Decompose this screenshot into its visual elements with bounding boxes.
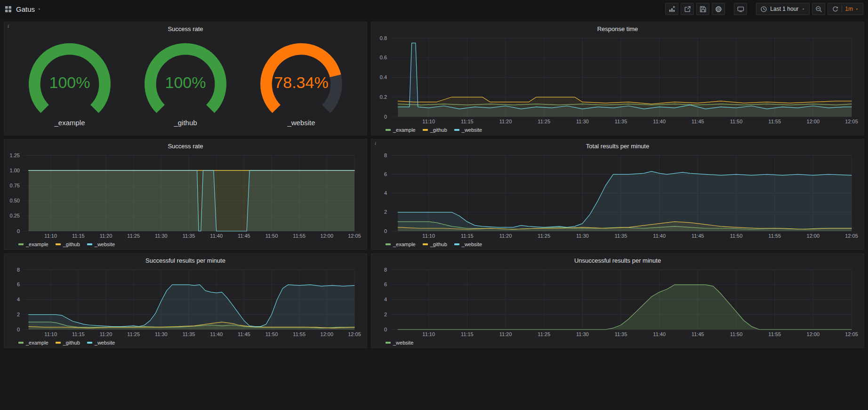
series-color-swatch xyxy=(423,129,428,131)
refresh-button[interactable]: 1m xyxy=(828,3,863,15)
svg-text:6: 6 xyxy=(384,171,387,177)
svg-text:11:15: 11:15 xyxy=(461,331,474,337)
svg-text:0.6: 0.6 xyxy=(380,55,387,60)
svg-text:11:30: 11:30 xyxy=(576,331,589,337)
svg-text:11:20: 11:20 xyxy=(499,119,512,124)
svg-text:12:00: 12:00 xyxy=(807,233,820,239)
panel-total-results: i Total results per minute 11:1011:1511:… xyxy=(371,139,864,250)
success-rate-chart[interactable]: 11:1011:1511:2011:2511:3011:3511:4011:45… xyxy=(9,152,362,240)
panel-title[interactable]: Total results per minute xyxy=(376,141,859,152)
legend-item-website[interactable]: _website xyxy=(454,241,482,247)
add-panel-icon xyxy=(668,6,675,13)
svg-text:11:40: 11:40 xyxy=(210,331,223,337)
series-color-swatch xyxy=(87,342,92,344)
panel-info-icon[interactable]: i xyxy=(8,23,9,29)
apps-grid-icon[interactable] xyxy=(5,6,12,13)
svg-text:11:35: 11:35 xyxy=(183,233,195,239)
svg-text:11:50: 11:50 xyxy=(265,233,278,239)
save-button[interactable] xyxy=(696,3,709,15)
legend-item-github[interactable]: _github xyxy=(423,241,447,247)
add-panel-button[interactable] xyxy=(665,3,678,15)
legend-item-website[interactable]: _website xyxy=(386,340,413,346)
legend-item-website[interactable]: _website xyxy=(87,340,115,346)
caret-down-icon xyxy=(855,7,859,11)
legend: _example_github_website xyxy=(376,240,859,248)
svg-text:11:35: 11:35 xyxy=(183,331,195,337)
panel-success-rate-graph: Success rate 11:1011:1511:2011:2511:3011… xyxy=(4,139,367,250)
legend: _example_github_website xyxy=(376,126,859,134)
chart-area: 11:1011:1511:2011:2511:3011:3511:4011:45… xyxy=(376,152,859,240)
legend-item-website[interactable]: _website xyxy=(454,127,482,133)
svg-text:11:20: 11:20 xyxy=(499,233,512,239)
total-results-chart[interactable]: 11:1011:1511:2011:2511:3011:3511:4011:45… xyxy=(376,152,859,240)
share-button[interactable] xyxy=(681,3,694,15)
svg-text:12:05: 12:05 xyxy=(845,233,858,239)
svg-text:8: 8 xyxy=(384,267,387,273)
svg-text:11:45: 11:45 xyxy=(238,331,250,337)
legend-item-github[interactable]: _github xyxy=(56,241,80,247)
settings-button[interactable] xyxy=(712,3,725,15)
svg-text:11:55: 11:55 xyxy=(293,331,305,337)
tv-icon xyxy=(737,6,744,13)
legend-item-github[interactable]: _github xyxy=(423,127,447,133)
legend-item-website[interactable]: _website xyxy=(87,241,115,247)
legend-item-example[interactable]: _example xyxy=(18,340,48,346)
panel-title[interactable]: Success rate xyxy=(9,24,362,34)
legend-item-example[interactable]: _example xyxy=(386,241,416,247)
legend-item-example[interactable]: _example xyxy=(18,241,48,247)
navbar-right: Last 1 hour 1m xyxy=(665,3,863,15)
panel-title[interactable]: Successful results per minute xyxy=(9,256,362,266)
svg-text:11:50: 11:50 xyxy=(730,119,743,124)
svg-text:11:50: 11:50 xyxy=(265,331,278,337)
svg-text:11:40: 11:40 xyxy=(210,233,223,239)
gauge-value: 78.34% xyxy=(246,73,357,92)
svg-text:11:50: 11:50 xyxy=(730,331,743,337)
svg-text:6: 6 xyxy=(384,281,387,287)
legend-series-name: _website xyxy=(95,340,115,346)
panel-title[interactable]: Response time xyxy=(376,24,859,34)
zoom-out-button[interactable] xyxy=(812,3,825,15)
svg-text:0: 0 xyxy=(384,114,387,120)
svg-text:0: 0 xyxy=(384,228,387,234)
svg-text:11:30: 11:30 xyxy=(155,331,168,337)
legend-series-name: _github xyxy=(63,241,80,247)
svg-text:11:40: 11:40 xyxy=(653,119,666,124)
legend-series-name: _website xyxy=(393,340,413,346)
panel-info-icon[interactable]: i xyxy=(375,140,376,146)
refresh-interval-label: 1m xyxy=(845,6,853,12)
svg-text:11:45: 11:45 xyxy=(691,119,704,124)
legend: _example_github_website xyxy=(9,240,362,248)
series-color-swatch xyxy=(18,243,24,245)
svg-text:11:45: 11:45 xyxy=(691,233,704,239)
panel-title[interactable]: Unsuccessful results per minute xyxy=(376,256,859,266)
share-icon xyxy=(684,6,691,13)
panel-title[interactable]: Success rate xyxy=(9,141,362,152)
svg-text:11:10: 11:10 xyxy=(44,331,57,337)
cycle-view-button[interactable] xyxy=(734,3,747,15)
svg-text:11:25: 11:25 xyxy=(127,331,140,337)
successful-results-chart[interactable]: 11:1011:1511:2011:2511:3011:3511:4011:45… xyxy=(9,266,362,338)
save-icon xyxy=(699,6,707,13)
dashboard-title-dropdown[interactable]: Gatus xyxy=(16,5,41,13)
svg-text:11:10: 11:10 xyxy=(422,233,435,239)
legend-item-example[interactable]: _example xyxy=(386,127,416,133)
dashboard-grid: i Success rate 100% _example 100% _githu… xyxy=(0,18,868,352)
svg-text:11:55: 11:55 xyxy=(768,233,781,239)
response-time-chart[interactable]: 11:1011:1511:2011:2511:3011:3511:4011:45… xyxy=(376,34,859,126)
svg-text:0.25: 0.25 xyxy=(10,213,20,218)
svg-text:11:20: 11:20 xyxy=(100,233,113,239)
time-range-picker[interactable]: Last 1 hour xyxy=(756,3,810,15)
svg-text:6: 6 xyxy=(17,281,20,287)
legend-series-name: _github xyxy=(63,340,80,346)
svg-text:11:25: 11:25 xyxy=(538,331,550,337)
legend-item-github[interactable]: _github xyxy=(56,340,80,346)
legend-series-name: _github xyxy=(430,127,447,133)
gauge-label: _website xyxy=(287,119,315,127)
svg-text:12:00: 12:00 xyxy=(321,233,334,239)
legend-series-name: _github xyxy=(430,241,447,247)
gauge-github: 100% _github xyxy=(130,42,241,127)
unsuccessful-results-chart[interactable]: 11:1011:1511:2011:2511:3011:3511:4011:45… xyxy=(376,266,859,338)
svg-text:11:25: 11:25 xyxy=(538,119,550,124)
svg-text:12:00: 12:00 xyxy=(807,331,820,337)
caret-down-icon xyxy=(801,7,805,11)
